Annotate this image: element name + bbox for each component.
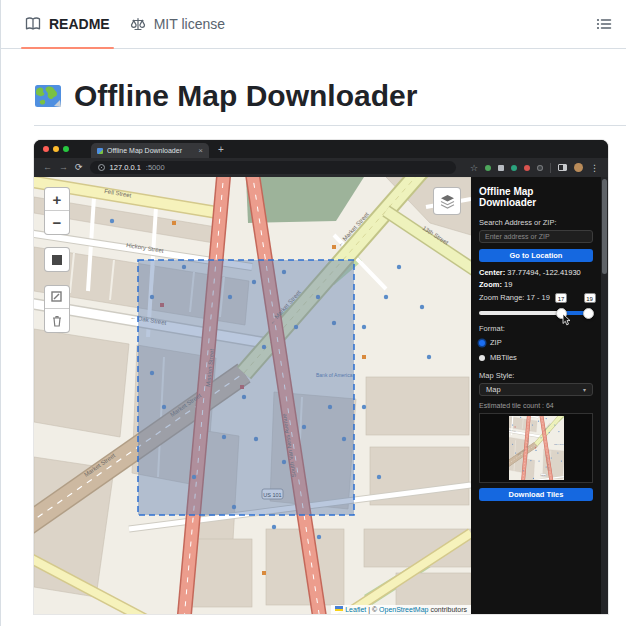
- tab-readme[interactable]: README: [15, 0, 120, 48]
- app-sidebar: Offline Map Downloader Search Address or…: [471, 177, 601, 614]
- extension-icon-3[interactable]: [511, 165, 517, 171]
- extension-icon-5[interactable]: [537, 165, 543, 171]
- tile-count-text: Estimated tile count : 64: [479, 402, 593, 409]
- delete-layers-button[interactable]: [45, 309, 69, 332]
- range-min-bubble: 17: [555, 293, 567, 303]
- layers-control[interactable]: [433, 187, 461, 215]
- zoom-window-button[interactable]: [63, 146, 69, 152]
- mouse-cursor: [562, 313, 571, 326]
- url-port: :5000: [146, 163, 165, 172]
- url-host: 127.0.0.1: [110, 163, 141, 172]
- trash-icon: [50, 314, 64, 328]
- zoom-control: + −: [44, 187, 70, 235]
- center-label: Center:: [479, 268, 505, 277]
- browser-tab[interactable]: Offline Map Downloader ×: [91, 143, 209, 158]
- favicon: [97, 148, 103, 154]
- osm-link[interactable]: OpenStreetMap: [379, 606, 428, 613]
- scrollbar-thumb[interactable]: [602, 179, 607, 274]
- readme-tab-bar: README MIT license: [1, 0, 626, 49]
- address-bar[interactable]: 127.0.0.1:5000: [90, 161, 457, 174]
- tab-license[interactable]: MIT license: [120, 0, 235, 48]
- map-attribution: Leaflet | © OpenStreetMap contributors: [331, 605, 471, 614]
- map-style-value: Map: [486, 385, 501, 394]
- zoom-range-row: Zoom Range: 17 - 19 17 19: [479, 293, 593, 304]
- tile-preview-box: [479, 413, 593, 483]
- tile-preview-image: [509, 416, 564, 480]
- draw-edit-control: [44, 285, 70, 333]
- back-button[interactable]: ←: [43, 163, 52, 172]
- zoom-value: 19: [502, 280, 512, 289]
- ukraine-flag-icon: [335, 606, 343, 611]
- browser-tab-title: Offline Map Downloader: [107, 147, 194, 154]
- readme-card: README MIT license: [0, 0, 626, 626]
- close-tab-icon[interactable]: ×: [198, 146, 203, 155]
- page-title: Offline Map Downloader: [34, 79, 626, 126]
- new-tab-button[interactable]: +: [218, 144, 224, 155]
- download-tiles-button[interactable]: Download Tiles: [479, 488, 593, 501]
- zoom-label: Zoom:: [479, 280, 502, 289]
- browser-nav-bar: ← → ⟳ 127.0.0.1:5000 ☆ ⋮: [34, 158, 608, 177]
- extension-icon-2[interactable]: [498, 165, 504, 171]
- outline-list-icon[interactable]: [596, 16, 612, 32]
- extension-icon-1[interactable]: [485, 165, 491, 171]
- radio-zip-selected[interactable]: [479, 340, 485, 346]
- toolbar-divider: [550, 163, 551, 173]
- sidebar-title: Offline Map Downloader: [479, 186, 593, 208]
- selection-rectangle[interactable]: [138, 260, 354, 515]
- map-style-label: Map Style:: [479, 371, 593, 380]
- format-label: Format:: [479, 324, 593, 333]
- zoom-out-button[interactable]: −: [45, 211, 69, 234]
- zoom-in-button[interactable]: +: [45, 188, 69, 211]
- leaflet-map[interactable]: US 101 Fell Street Hickory Street ← Oak …: [34, 177, 471, 614]
- search-input[interactable]: [479, 230, 593, 243]
- format-mbtiles-label: MBTiles: [490, 353, 517, 363]
- format-option-zip[interactable]: ZIP: [479, 338, 593, 348]
- law-scales-icon: [130, 16, 146, 32]
- format-zip-label: ZIP: [490, 338, 502, 348]
- layers-icon: [439, 194, 456, 209]
- profile-avatar[interactable]: [574, 163, 583, 172]
- attribution-separator: | ©: [366, 606, 379, 613]
- search-label: Search Address or ZIP:: [479, 218, 593, 227]
- page-title-text: Offline Map Downloader: [74, 79, 417, 113]
- zoom-readout: Zoom: 19: [479, 279, 593, 290]
- world-map-emoji: [34, 84, 62, 108]
- go-to-location-button[interactable]: Go to Location: [479, 249, 593, 262]
- book-icon: [25, 16, 41, 32]
- app-screenshot: Offline Map Downloader × + ← → ⟳ 127.0.0…: [34, 140, 608, 614]
- center-value: 37.77494, -122.41930: [505, 268, 580, 277]
- draw-rectangle-button[interactable]: [44, 247, 70, 272]
- zoom-range-slider[interactable]: [479, 306, 593, 320]
- attribution-suffix: contributors: [428, 606, 467, 613]
- minimize-window-button[interactable]: [53, 146, 59, 152]
- edit-icon: [50, 290, 64, 304]
- extension-icon-4[interactable]: [524, 165, 530, 171]
- radio-mbtiles[interactable]: [479, 355, 485, 361]
- bookmark-star-icon[interactable]: ☆: [470, 163, 478, 173]
- map-style-select[interactable]: Map ▾: [479, 383, 593, 396]
- reload-button[interactable]: ⟳: [75, 163, 83, 172]
- zoom-range-label: Zoom Range: 17 - 19: [479, 293, 550, 302]
- site-info-icon[interactable]: [98, 164, 105, 171]
- forward-button[interactable]: →: [59, 163, 68, 172]
- slider-handle-max[interactable]: [583, 308, 594, 319]
- close-window-button[interactable]: [43, 146, 49, 152]
- side-panel-icon[interactable]: [558, 164, 567, 171]
- center-readout: Center: 37.77494, -122.41930: [479, 267, 593, 278]
- browser-scrollbar[interactable]: [601, 177, 608, 614]
- app-body: US 101 Fell Street Hickory Street ← Oak …: [34, 177, 608, 614]
- range-max-bubble: 19: [584, 293, 596, 303]
- tab-readme-label: README: [49, 16, 110, 32]
- edit-layers-button[interactable]: [45, 286, 69, 309]
- tab-license-label: MIT license: [154, 16, 225, 32]
- map-tiles: US 101 Fell Street Hickory Street ← Oak …: [34, 177, 471, 614]
- rectangle-glyph: [52, 255, 62, 265]
- chevron-down-icon: ▾: [583, 386, 586, 393]
- browser-menu-icon[interactable]: ⋮: [590, 163, 599, 173]
- window-traffic-lights: [43, 146, 69, 152]
- format-option-mbtiles[interactable]: MBTiles: [479, 353, 593, 363]
- leaflet-link[interactable]: Leaflet: [345, 606, 366, 613]
- browser-tab-strip: Offline Map Downloader × +: [34, 140, 608, 158]
